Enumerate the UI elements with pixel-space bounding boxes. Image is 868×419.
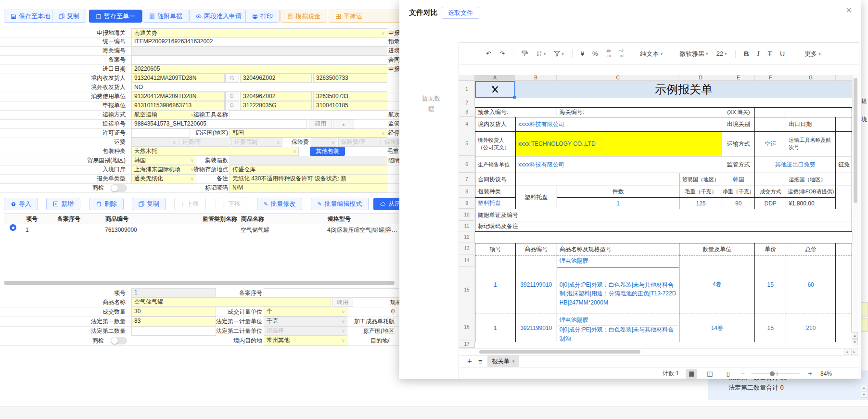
inspection-toggle[interactable] [111, 184, 127, 192]
move-down-button[interactable]: ↓ 下移 [216, 198, 247, 210]
declare-unit-search-button[interactable] [225, 101, 239, 110]
cell-producer-label[interactable]: 生产销售单位 [475, 156, 516, 173]
cell-gross-value[interactable]: 125 [679, 198, 722, 209]
detail-legal-unit2-field[interactable]: 请选择∨ [264, 326, 347, 336]
batch-mode-button[interactable]: ✎ 批量编辑模式 [311, 198, 369, 210]
cell-header-price[interactable]: 单价 [755, 243, 786, 255]
cell-empty[interactable] [755, 108, 786, 117]
sheet-row-4[interactable]: 境内发货人 xxxx科技有限公司 出境关别 出口日期 [475, 117, 852, 132]
goods-name-call-button[interactable]: 调用 [332, 297, 353, 307]
cell-item1-spec[interactable]: 0|0|成分:PE|外观：白色卷装|未与其他材料合制|泡沫塑料|用途：分隔电池的… [557, 267, 679, 314]
col-header-g[interactable]: G [786, 75, 836, 81]
departure-country-field[interactable]: 韩国∨ [230, 128, 387, 138]
cell-exit-customs-label[interactable]: 出境关别 [722, 117, 755, 132]
font-size-select[interactable]: 22▾ [716, 50, 727, 57]
col-header-a[interactable]: A [475, 75, 515, 81]
sheet-hscrollbar[interactable]: ◂ ▸ [459, 348, 859, 355]
cell-overseas-consignee-value[interactable]: xxxx TECHNOLOGY CO.,LTD [516, 132, 722, 156]
sheet-scroll-down[interactable]: ▼ [852, 339, 858, 345]
save-local-button[interactable]: 保存至本地 [4, 10, 57, 23]
decrease-decimal-icon[interactable]: .00+.0 [606, 49, 611, 58]
sheet-row-10[interactable]: 随附单证及编号 [475, 209, 852, 221]
zoom-out-icon[interactable]: − [740, 369, 745, 378]
cell-terms-label[interactable]: 成交方式 [755, 186, 786, 198]
cell-header-qty-unit[interactable]: 数量及单位 [679, 243, 755, 255]
bill-no-field[interactable]: 98843541573_SHLT220605 [131, 119, 307, 128]
unified-no-field[interactable]: ITEMP2009216926341632002 [131, 37, 387, 46]
zoom-slider[interactable] [752, 373, 800, 374]
cell-supervision-value[interactable]: 其他进出口免费 [755, 156, 836, 173]
detail-inspection-toggle[interactable] [111, 337, 127, 344]
cell-domestic-shipper-value[interactable]: xxxx科技有限公司 [516, 117, 722, 132]
selection-handle[interactable] [513, 96, 516, 99]
sheet-row-5[interactable]: 境外收货人（公司英文） xxxx TECHNOLOGY CO.,LTD 运输方式… [475, 132, 852, 156]
sheet-tab[interactable]: 报关单▾ [487, 356, 520, 368]
cell-overseas-consignee-label[interactable]: 境外收货人（公司英文） [475, 132, 516, 156]
scroll-right-icon[interactable]: ▸ [851, 349, 857, 355]
insurance-rate-field[interactable]: 保险费/率 [338, 138, 381, 147]
sheet-vscrollbar[interactable] [852, 75, 858, 345]
detail-destination-field[interactable]: 常州其他∨ [264, 336, 347, 345]
increase-decimal-icon[interactable]: +.0.00 [619, 49, 623, 58]
cell-gross-label[interactable]: 毛重（千克） [679, 186, 722, 198]
cell-trade-country-label[interactable]: 贸易国（地区） [679, 173, 722, 186]
cell-marks-remarks[interactable]: 标记唛码及备注 [475, 221, 852, 232]
italic-button[interactable]: I [757, 50, 759, 58]
sheet-row-3[interactable]: 预录入编号: 海关编号: (XX 海关) [475, 107, 852, 117]
declare-unit-field[interactable]: 913101153986863713 [131, 101, 225, 110]
sheet-row-12[interactable] [475, 232, 852, 243]
copy-row-button[interactable]: 复制 [132, 198, 166, 210]
overseas-consignee-field[interactable]: NO [131, 83, 387, 92]
insurance-type-select[interactable]: ∨ [311, 138, 337, 147]
row-radio-selected[interactable] [10, 224, 16, 231]
column-headers[interactable]: A B C D E F G [459, 75, 852, 81]
cell-trade-country-value[interactable]: 韩国 [722, 173, 755, 186]
col-header-h[interactable] [836, 75, 852, 81]
consume-unit-search-button[interactable] [225, 92, 239, 101]
cell-xx-customs[interactable]: (XX 海关) [722, 108, 755, 117]
declare-customs-field[interactable]: 南通关办∨ [131, 28, 387, 38]
batch-edit-button[interactable]: ✎ 批量修改 [257, 198, 302, 210]
cell-item1-total[interactable]: 60 [786, 255, 836, 314]
packing-field[interactable]: 天然木托∨ [131, 147, 299, 156]
col-header-c[interactable]: C [557, 75, 679, 81]
cell-domestic-shipper-label[interactable]: 境内发货人 [475, 117, 516, 132]
sheet-row-6[interactable]: 生产销售单位 xxxx科技有限公司 监管方式 其他进出口免费 征免 [475, 156, 852, 173]
items-table-row[interactable]: 1 7613009000 空气储气罐 4|3|盛装压缩空气|铝罐|容… [4, 224, 399, 236]
cell-customs-no[interactable]: 海关编号: [557, 108, 723, 117]
sheet-row-2[interactable] [475, 98, 852, 107]
row-gutter[interactable]: 1 2 3 4 5 6 7 8 9 10 11 12 13 14 15 16 1… [459, 81, 475, 348]
redo-icon[interactable]: ↷ [499, 50, 505, 57]
cell-item1-price[interactable]: 15 [755, 255, 786, 314]
cell-empty[interactable] [836, 117, 852, 132]
sheet-scroll-up[interactable]: ▲ [852, 332, 858, 339]
sort-icon[interactable]: A2▾ [536, 51, 546, 57]
cell-pieces-label[interactable]: 件数 [557, 186, 679, 198]
print-button[interactable]: 打印 [245, 10, 280, 23]
cell-contract-label[interactable]: 合同协议号 [475, 173, 516, 186]
strip-scroll-down[interactable]: ▼ [861, 392, 867, 398]
cell-item2-code[interactable]: 3921199010 [516, 314, 557, 342]
detail-goods-name-field[interactable]: 空气储气罐 [131, 297, 331, 307]
cell-freight-label[interactable]: 运费(非FOB请提供) [786, 186, 835, 198]
scroll-left-icon[interactable]: ◂ [844, 349, 850, 355]
format-painter-icon[interactable] [522, 51, 528, 57]
cell-empty[interactable] [836, 173, 852, 186]
consume-unit-code2[interactable]: 3263500733 [313, 92, 387, 101]
normal-view-icon[interactable]: ▦ [686, 369, 697, 379]
cell-header-code[interactable]: 商品编号 [516, 243, 557, 255]
sheet-grid[interactable]: 示例报关单 预录入编号: 海关编号: (XX 海关) 境内发货人 xxxx科技有… [475, 81, 852, 342]
stash-single-button[interactable]: 暂存至单一 [89, 10, 142, 23]
col-header-d[interactable]: D [679, 75, 722, 81]
currency-format-icon[interactable]: ¥ [581, 50, 584, 57]
cell-producer-value[interactable]: xxxx科技有限公司 [516, 156, 722, 173]
items-table-scrollbar[interactable] [4, 281, 395, 285]
cell-empty[interactable] [516, 173, 680, 186]
cell-item2-spec[interactable]: 0|0|成分:PE|外观：白色卷装|未与其他材料合制泡 [557, 326, 679, 342]
insurance-currency-field[interactable]: 保险费币制 [382, 138, 399, 147]
simulate-tax-button[interactable]: 模拟税金 [281, 10, 327, 23]
cell-item1-code[interactable]: 3921199010 [516, 255, 557, 314]
cell-terms-value[interactable]: DDP [755, 198, 786, 209]
page-break-view-icon[interactable]: ◫ [704, 369, 715, 379]
license-no-field[interactable] [131, 128, 190, 138]
